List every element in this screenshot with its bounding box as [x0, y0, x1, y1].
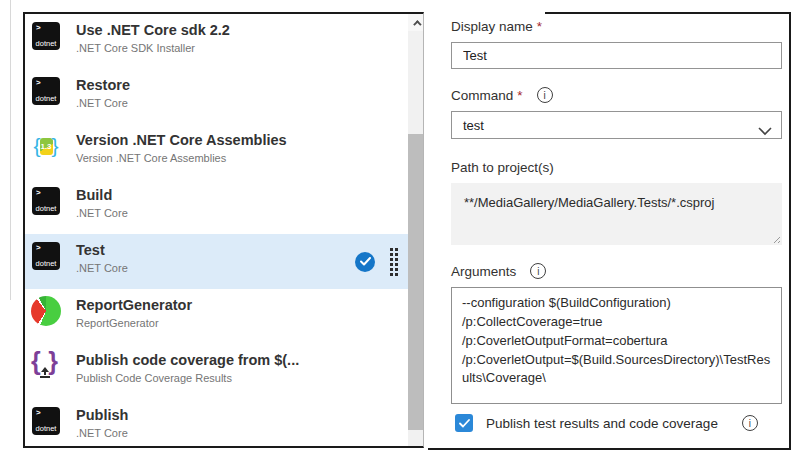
task-title: Restore: [76, 76, 130, 94]
display-name-label: Display name: [451, 19, 533, 34]
path-to-projects-label: Path to project(s): [451, 160, 554, 175]
task-item-build[interactable]: >dotnet Build .NET Core: [25, 179, 408, 234]
task-title: Build: [76, 186, 128, 204]
command-selected-value: test: [463, 118, 484, 133]
task-item-test[interactable]: >dotnet Test .NET Core: [25, 234, 408, 289]
task-title: Publish code coverage from $(...: [76, 351, 299, 369]
task-item-reportgenerator[interactable]: ReportGenerator ReportGenerator: [25, 289, 408, 344]
task-subtitle: Version .NET Core Assemblies: [76, 151, 287, 166]
task-title: ReportGenerator: [76, 296, 192, 314]
publish-results-checkbox-label: Publish test results and code coverage: [486, 416, 718, 431]
dotnet-icon: >dotnet: [32, 187, 60, 215]
info-icon[interactable]: i: [530, 263, 546, 279]
path-to-projects-input[interactable]: **/MediaGallery/MediaGallery.Tests/*.csp…: [451, 183, 782, 245]
report-generator-pie-icon: [31, 296, 61, 326]
display-name-input[interactable]: [451, 42, 782, 69]
dotnet-icon: >dotnet: [32, 407, 60, 435]
required-asterisk: *: [537, 19, 542, 34]
chevron-down-icon: [758, 122, 772, 140]
upload-arrow-icon: [40, 367, 50, 378]
task-item-version-assemblies[interactable]: { 1.3 } Version .NET Core Assemblies Ver…: [25, 124, 408, 179]
task-subtitle: .NET Core SDK Installer: [76, 41, 230, 56]
info-icon[interactable]: i: [742, 415, 758, 431]
task-title: Version .NET Core Assemblies: [76, 131, 287, 149]
task-subtitle: .NET Core: [76, 96, 130, 111]
path-to-projects-field: **/MediaGallery/MediaGallery.Tests/*.csp…: [451, 183, 782, 245]
task-title: Use .NET Core sdk 2.2: [76, 21, 230, 39]
task-subtitle: .NET Core: [76, 206, 128, 221]
task-title: Test: [76, 241, 128, 259]
required-asterisk: *: [517, 88, 522, 103]
arguments-input[interactable]: --configuration $(BuildConfiguration) /p…: [451, 287, 782, 404]
task-config-panel: Display name * Command * i test Path to …: [428, 12, 791, 450]
dotnet-icon: >dotnet: [32, 242, 60, 270]
task-subtitle: Publish Code Coverage Results: [76, 371, 299, 386]
task-list: >dotnet Use .NET Core sdk 2.2 .NET Core …: [25, 14, 408, 446]
dotnet-icon: >dotnet: [32, 22, 60, 50]
publish-results-checkbox[interactable]: [455, 414, 473, 432]
chevron-up-icon: [413, 20, 421, 28]
code-coverage-braces-icon: { }: [31, 351, 61, 381]
arguments-label: Arguments: [451, 264, 516, 279]
version-assemblies-icon: { 1.3 }: [31, 131, 61, 161]
image-frame-edge: [10, 0, 11, 300]
task-title: Publish: [76, 406, 128, 424]
selected-check-icon: [355, 252, 375, 272]
task-list-scrollbar[interactable]: [408, 14, 423, 446]
drag-handle-icon[interactable]: [390, 248, 398, 276]
task-subtitle: .NET Core: [76, 426, 128, 441]
task-subtitle: ReportGenerator: [76, 316, 192, 331]
scrollbar-thumb[interactable]: [408, 134, 423, 430]
task-item-use-dotnet-sdk[interactable]: >dotnet Use .NET Core sdk 2.2 .NET Core …: [25, 14, 408, 69]
task-item-restore[interactable]: >dotnet Restore .NET Core: [25, 69, 408, 124]
command-label: Command: [451, 88, 513, 103]
info-icon[interactable]: i: [537, 87, 553, 103]
task-subtitle: .NET Core: [76, 261, 128, 276]
pipeline-editor: >dotnet Use .NET Core sdk 2.2 .NET Core …: [0, 0, 806, 463]
task-item-publish-code-coverage[interactable]: { } Publish code coverage from $(... Pub…: [25, 344, 408, 399]
task-item-publish[interactable]: >dotnet Publish .NET Core: [25, 399, 408, 446]
dotnet-icon: >dotnet: [32, 77, 60, 105]
command-select[interactable]: test: [451, 111, 782, 139]
scroll-up-button[interactable]: [408, 14, 423, 31]
task-list-panel: >dotnet Use .NET Core sdk 2.2 .NET Core …: [23, 12, 424, 448]
